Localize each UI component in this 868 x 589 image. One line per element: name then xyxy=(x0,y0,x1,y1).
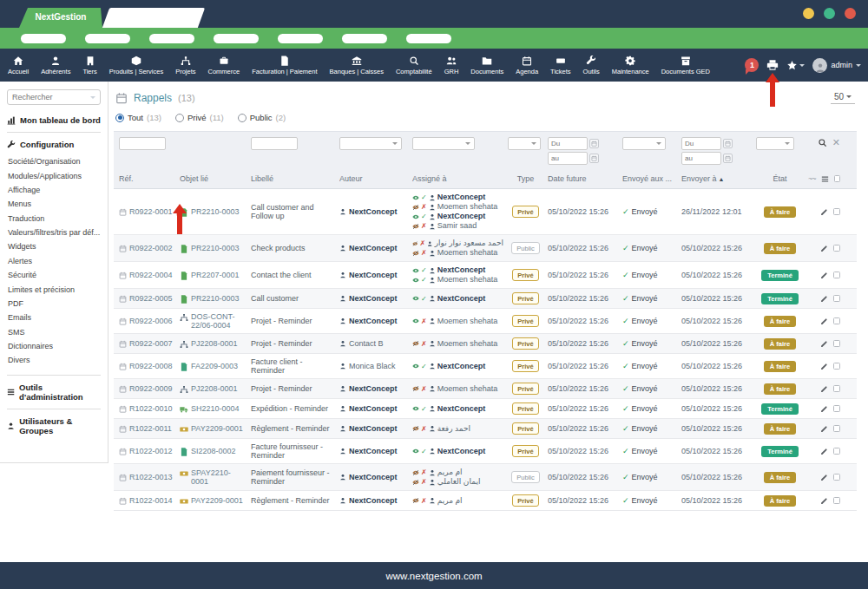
reminder-ref-link[interactable]: R1022-0010 xyxy=(129,404,173,413)
green-bar-pill[interactable] xyxy=(406,34,451,43)
sidebar-item-valeurs-filtres-tris-par-d-f[interactable]: Valeurs/filtres/tris par déf... xyxy=(7,226,101,239)
notification-badge[interactable]: 1 xyxy=(745,58,759,72)
sidebar-item-users-groups[interactable]: Utilisateurs & Groupes xyxy=(7,416,101,435)
select-all-checkbox[interactable] xyxy=(834,175,840,182)
column-header-type[interactable]: Type xyxy=(508,174,548,183)
assignee-line[interactable]: ✗ Moemen shehata xyxy=(412,202,503,212)
calendar-picker-button[interactable] xyxy=(589,139,599,148)
linked-object-link[interactable]: PAY2209-0001 xyxy=(180,424,247,434)
reminder-ref-link[interactable]: R1022-0012 xyxy=(129,447,173,455)
edit-pencil-icon[interactable] xyxy=(820,385,828,393)
assignee-line[interactable]: ✗ احمد مسعود نوار نوار xyxy=(412,239,503,248)
radio-button[interactable] xyxy=(175,114,184,122)
radio-option-priv[interactable]: Privé (11) xyxy=(175,113,224,122)
page-size-select[interactable]: 50 xyxy=(831,92,855,104)
clear-filter-button[interactable]: ✕ xyxy=(832,137,840,148)
assignee-line[interactable]: ✗ Moemen shehata xyxy=(412,317,503,326)
sidebar-item-dashboard[interactable]: Mon tableau de bord xyxy=(7,115,101,125)
search-filter-button[interactable] xyxy=(818,138,827,147)
radio-option-tout[interactable]: Tout (13) xyxy=(115,113,161,122)
column-header-label[interactable]: Libellé xyxy=(251,174,339,183)
nav-item-maintenance[interactable]: Maintenance xyxy=(606,49,655,82)
window-dot-yellow[interactable] xyxy=(803,8,814,19)
footer-url[interactable]: www.nextgestion.com xyxy=(385,571,482,581)
assignee-line[interactable]: ✓ NextConcept xyxy=(412,193,503,202)
assignee-line[interactable]: ✗ ام مريم xyxy=(412,468,503,477)
calendar-picker-button[interactable] xyxy=(589,154,599,163)
printer-icon[interactable] xyxy=(766,59,779,71)
radio-button[interactable] xyxy=(238,114,247,122)
filter-state-select[interactable] xyxy=(756,137,794,150)
calendar-picker-button[interactable] xyxy=(723,154,733,163)
assignee-line[interactable]: ✗ ايمان العاملي xyxy=(412,477,503,487)
reminder-ref-link[interactable]: R1022-0014 xyxy=(129,496,173,505)
linked-object-link[interactable]: SPAY2210-0001 xyxy=(180,468,247,486)
author-link[interactable]: NextConcept xyxy=(339,271,408,279)
column-header-sent-to[interactable]: Envoyé aux ... xyxy=(622,174,681,183)
author-link[interactable]: NextConcept xyxy=(339,384,408,393)
sidebar-item-traduction[interactable]: Traduction xyxy=(7,212,101,226)
page-title[interactable]: Rappels xyxy=(134,92,172,104)
sidebar-item-sms[interactable]: SMS xyxy=(7,325,101,339)
nav-item-projets[interactable]: Projets xyxy=(169,49,201,82)
nav-item-banques-caisses[interactable]: Banques | Caisses xyxy=(324,49,390,82)
edit-pencil-icon[interactable] xyxy=(820,245,828,252)
filter-ref-input[interactable] xyxy=(119,137,166,150)
linked-object-link[interactable]: SH2210-0004 xyxy=(180,404,247,414)
assignee-line[interactable]: ✗ ام مريم xyxy=(412,496,503,506)
edit-pencil-icon[interactable] xyxy=(820,272,828,279)
reminder-ref-link[interactable]: R0922-0007 xyxy=(129,339,173,348)
sidebar-item-menus[interactable]: Menus xyxy=(7,197,101,211)
nav-item-outils[interactable]: Outils xyxy=(577,49,606,82)
linked-object-link[interactable]: SI2208-0002 xyxy=(180,447,247,456)
linked-object-link[interactable]: PR2210-0003 xyxy=(180,244,247,253)
sidebar-section-configuration[interactable]: Configuration xyxy=(7,140,101,149)
author-link[interactable]: Contact B xyxy=(339,339,408,348)
green-bar-pill[interactable] xyxy=(342,34,387,43)
nav-item-adh-rents[interactable]: Adhérents xyxy=(35,49,76,82)
assignee-line[interactable]: ✗ Moemen shehata xyxy=(412,248,503,258)
reminder-ref-link[interactable]: R0922-0009 xyxy=(129,384,173,393)
edit-pencil-icon[interactable] xyxy=(820,497,828,505)
column-header-ref[interactable]: Réf. xyxy=(119,174,180,183)
assignee-line[interactable]: ✓ NextConcept xyxy=(412,404,503,414)
sidebar-search[interactable] xyxy=(7,89,101,105)
author-link[interactable]: NextConcept xyxy=(339,244,408,252)
row-checkbox[interactable] xyxy=(833,385,840,392)
sidebar-item-pdf[interactable]: PDF xyxy=(7,297,101,311)
linked-object-link[interactable]: PJ2208-0001 xyxy=(180,339,247,349)
row-checkbox[interactable] xyxy=(833,272,840,278)
row-checkbox[interactable] xyxy=(833,474,840,481)
reminder-ref-link[interactable]: R1022-0011 xyxy=(129,424,172,433)
row-checkbox[interactable] xyxy=(833,340,840,347)
reminder-ref-link[interactable]: R0922-0005 xyxy=(129,294,173,303)
edit-pencil-icon[interactable] xyxy=(820,340,828,348)
sidebar-item-modules-applications[interactable]: Modules/Applications xyxy=(7,168,101,182)
linked-object-link[interactable]: PR2207-0001 xyxy=(180,271,247,280)
radio-option-public[interactable]: Public (2) xyxy=(238,113,286,122)
green-bar-pill[interactable] xyxy=(149,34,194,43)
filter-author-select[interactable] xyxy=(339,137,402,150)
filter-type-select[interactable] xyxy=(508,137,541,150)
linked-object-link[interactable]: PJ2208-0001 xyxy=(180,384,247,394)
sidebar-item-admin-tools[interactable]: Outils d'administration xyxy=(7,383,101,402)
reminder-ref-link[interactable]: R0922-0006 xyxy=(129,317,173,325)
nav-item-facturation-paiement[interactable]: Facturation | Paiement xyxy=(246,49,323,82)
sidebar-item-soci-t-organisation[interactable]: Société/Organisation xyxy=(7,154,101,168)
edit-pencil-icon[interactable] xyxy=(820,363,828,370)
edit-pencil-icon[interactable] xyxy=(820,295,828,303)
assignee-line[interactable]: ✓ NextConcept xyxy=(412,294,503,304)
filter-sent-select[interactable] xyxy=(622,137,666,150)
nav-item-accueil[interactable]: Accueil xyxy=(2,49,35,82)
calendar-picker-button[interactable] xyxy=(723,139,733,148)
column-header-state[interactable]: État xyxy=(756,174,808,183)
assignee-line[interactable]: ✓ NextConcept xyxy=(412,362,503,371)
radio-button[interactable] xyxy=(115,114,124,122)
row-checkbox[interactable] xyxy=(833,448,840,455)
row-checkbox[interactable] xyxy=(833,363,840,370)
list-view-icon[interactable] xyxy=(821,173,829,182)
reminder-ref-link[interactable]: R0922-0008 xyxy=(129,362,173,370)
green-bar-pill[interactable] xyxy=(21,34,66,43)
assignee-line[interactable]: ✓ NextConcept xyxy=(412,265,503,275)
edit-pencil-icon[interactable] xyxy=(820,448,828,455)
